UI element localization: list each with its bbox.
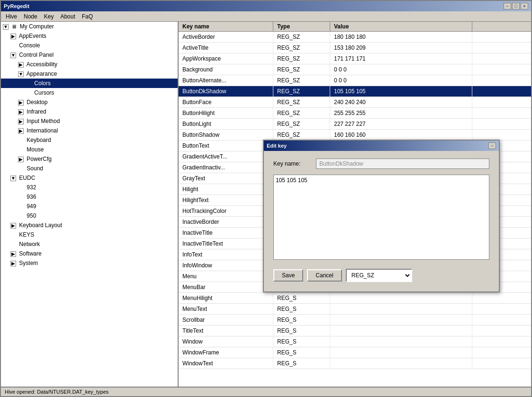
dialog-type-select[interactable]: REG_SZ REG_DWORD REG_BINARY REG_EXPAND_S… xyxy=(346,269,412,282)
dialog-keyname-label: Key name: xyxy=(273,160,316,167)
dialog-value-textarea[interactable]: 105 105 105 xyxy=(273,175,489,260)
dialog-close-button[interactable]: − xyxy=(488,142,496,149)
dialog-overlay: Edit key − Key name: 105 105 105 Save Ca… xyxy=(0,0,532,397)
dialog-body: Key name: 105 105 105 Save Cancel REG_SZ… xyxy=(264,151,499,291)
dialog-keyname-field: Key name: xyxy=(273,159,489,169)
dialog-cancel-button[interactable]: Cancel xyxy=(307,269,342,282)
dialog-title-bar: Edit key − xyxy=(264,141,499,151)
dialog-footer: Save Cancel REG_SZ REG_DWORD REG_BINARY … xyxy=(273,267,489,284)
dialog-save-button[interactable]: Save xyxy=(273,269,303,282)
edit-key-dialog: Edit key − Key name: 105 105 105 Save Ca… xyxy=(263,140,500,292)
dialog-keyname-input[interactable] xyxy=(316,159,489,169)
dialog-title: Edit key xyxy=(267,143,287,149)
